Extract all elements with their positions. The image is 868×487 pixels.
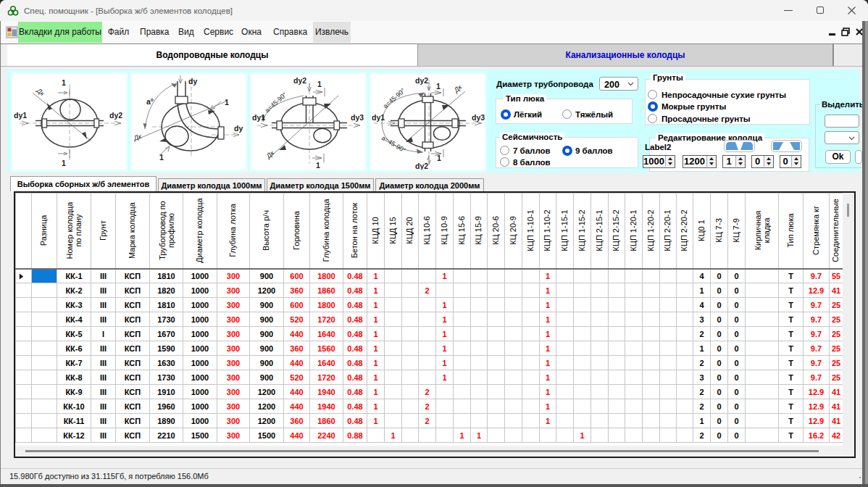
svg-text:dу: dу [234, 124, 243, 133]
svg-text:a=45-90°: a=45-90° [264, 91, 288, 114]
svg-text:dу3: dу3 [472, 113, 485, 122]
svg-text:dу2: dу2 [109, 111, 122, 120]
svg-text:dу2: dу2 [415, 162, 428, 170]
svg-text:1: 1 [225, 98, 229, 107]
svg-text:dу2: dу2 [415, 76, 428, 85]
svg-text:dу1: dу1 [14, 111, 27, 120]
svg-text:dу: dу [188, 77, 197, 86]
svg-text:Дк: Дк [132, 132, 143, 142]
svg-text:dу1: dу1 [372, 113, 385, 122]
svg-text:1: 1 [62, 159, 66, 167]
svg-text:1: 1 [317, 80, 322, 88]
svg-text:a=45-90°: a=45-90° [382, 87, 407, 110]
svg-text:Дк: Дк [452, 83, 464, 95]
svg-text:a°: a° [146, 97, 154, 106]
svg-text:1: 1 [62, 78, 66, 87]
svg-text:1: 1 [316, 161, 320, 170]
svg-text:Дк: Дк [264, 149, 276, 161]
svg-text:dу1: dу1 [252, 113, 265, 122]
svg-text:1: 1 [436, 82, 441, 91]
svg-text:dу2: dу2 [293, 76, 306, 85]
svg-text:dу3: dу3 [351, 113, 364, 122]
